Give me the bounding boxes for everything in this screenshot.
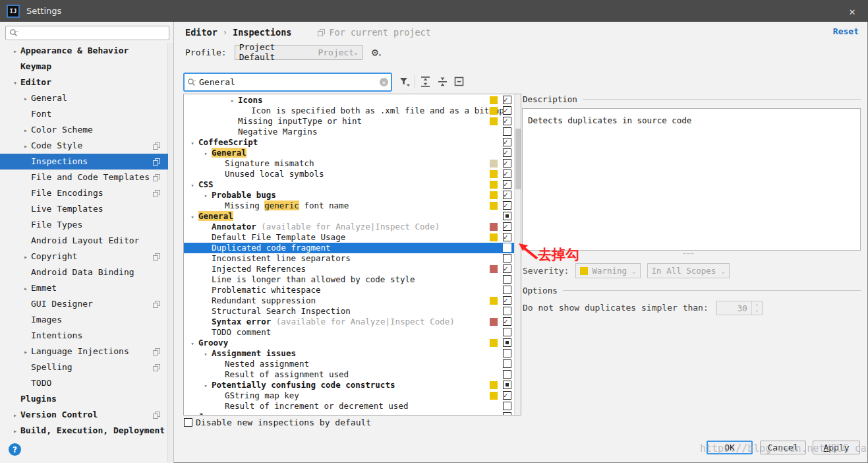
sidebar-item-editor[interactable]: ▾Editor [0,75,168,90]
inspection-checkbox[interactable] [503,127,511,136]
sidebar-item-copyright[interactable]: ▸Copyright [0,249,168,264]
chevron-down-icon[interactable]: ▾ [187,412,198,416]
inspection-checkbox[interactable] [503,243,511,252]
inspection-checkbox[interactable] [503,359,511,368]
inspection-row-signature-mismatch[interactable]: Signature mismatch [184,158,521,169]
profile-select[interactable]: Project Default Project ⌄ [235,45,362,60]
inspection-checkbox[interactable] [503,296,511,305]
duplicates-threshold-spinner[interactable]: 30 ⌃⌄ [716,301,763,315]
inspection-row-icons[interactable]: ▾Icons [184,95,521,106]
chevron-right-icon[interactable]: ▸ [10,423,20,439]
chevron-right-icon[interactable]: ▸ [20,249,31,265]
sidebar-item-intentions[interactable]: Intentions [0,328,168,344]
inspection-checkbox[interactable] [503,191,511,199]
chevron-down-icon[interactable]: ▾ [200,381,212,391]
inspection-search-input[interactable]: General ✕ [183,73,392,92]
chevron-right-icon[interactable]: ▸ [20,123,31,139]
tree-scrollbar[interactable] [514,94,521,415]
spinner-arrows-icon[interactable]: ⌃⌄ [751,301,762,315]
reset-link[interactable]: Reset [833,26,859,36]
inspection-row-default-file-template-usage[interactable]: Default File Template Usage [184,232,521,243]
sidebar-item-version-control[interactable]: ▸Version Control [0,407,168,423]
gear-icon[interactable]: ⚙▾ [372,47,382,58]
sidebar-item-file-and-code-templates[interactable]: File and Code Templates [0,170,168,185]
sidebar-item-font[interactable]: Font [0,106,168,122]
inspection-checkbox[interactable] [503,391,511,400]
inspection-checkbox[interactable] [503,96,511,104]
inspection-row-injected-references[interactable]: Injected References [184,264,521,274]
chevron-down-icon[interactable]: ▾ [187,338,198,349]
inspection-checkbox[interactable] [503,233,511,241]
chevron-right-icon[interactable]: ▸ [20,281,31,297]
sidebar-item-inspections[interactable]: Inspections [0,154,168,170]
inspection-row-missing-[interactable]: Missing generic font name [184,201,521,211]
inspection-checkbox[interactable] [503,148,511,157]
inspection-checkbox[interactable] [503,222,511,231]
inspection-row-problematic-whitespace[interactable]: Problematic whitespace [184,285,521,295]
chevron-down-icon[interactable]: ▾ [187,180,198,191]
inspection-checkbox[interactable] [503,317,511,326]
sidebar-scrollbar[interactable] [167,43,173,462]
inspection-row-syntax-error[interactable]: Syntax error (available for Analyze|Insp… [184,317,521,327]
sidebar-item-build-execution-deployment[interactable]: ▸Build, Execution, Deployment [0,423,168,439]
ok-button[interactable]: OK [707,441,753,454]
sidebar-item-android-layout-editor[interactable]: Android Layout Editor [0,233,168,249]
inspection-row-missing-inputtype-or-hint[interactable]: Missing inputType or hint [184,116,521,127]
chevron-down-icon[interactable]: ▾ [200,191,212,201]
sidebar-item-keymap[interactable]: Keymap [0,59,168,75]
inspection-row-coffeescript[interactable]: ▾CoffeeScript [184,137,521,148]
inspection-row-result-of-assignment-used[interactable]: Result of assignment used [184,369,521,380]
inspection-row-annotator[interactable]: Annotator (available for Analyze|Inspect… [184,222,521,232]
inspection-checkbox[interactable] [503,180,511,189]
inspection-row-nested-assignment[interactable]: Nested assignment [184,359,521,369]
sidebar-item-android-data-binding[interactable]: Android Data Binding [0,264,168,280]
cancel-button[interactable]: Cancel [760,441,806,454]
inspection-row-probable-bugs[interactable]: ▾Probable bugs [184,190,521,201]
sidebar-item-spelling[interactable]: Spelling [0,359,168,375]
inspection-checkbox[interactable] [503,338,511,347]
severity-select[interactable]: Warning ⌄ [575,263,640,278]
sidebar-item-file-types[interactable]: File Types [0,217,168,233]
resize-handle[interactable]: ┄┄┄ [683,251,694,257]
inspection-checkbox[interactable] [503,212,511,220]
inspection-row-negative-margins[interactable]: Negative Margins [184,127,521,137]
chevron-right-icon[interactable]: ▸ [10,408,20,423]
collapse-node-icon[interactable] [453,76,465,88]
close-icon[interactable]: ✕ [844,3,860,19]
collapse-all-icon[interactable] [437,76,449,88]
inspection-checkbox[interactable] [503,349,511,357]
sidebar-item-code-style[interactable]: ▸Code Style [0,138,168,154]
disable-new-inspections-checkbox[interactable] [184,418,192,427]
inspection-row-line-is-longer-than-allowed-by-code-style[interactable]: Line is longer than allowed by code styl… [184,274,521,285]
inspection-row-structural-search-inspection[interactable]: Structural Search Inspection [184,306,521,317]
inspection-checkbox[interactable] [503,170,511,178]
inspection-checkbox[interactable] [503,402,511,410]
inspection-checkbox[interactable] [503,381,511,389]
chevron-down-icon[interactable]: ▾ [187,138,198,148]
chevron-down-icon[interactable]: ▾ [226,96,238,106]
inspection-checkbox[interactable] [503,286,511,294]
inspection-checkbox[interactable] [503,264,511,273]
sidebar-search-input[interactable] [5,26,169,40]
inspection-row-redundant-suppression[interactable]: Redundant suppression [184,295,521,306]
chevron-right-icon[interactable]: ▸ [20,139,31,154]
chevron-down-icon[interactable]: ▾ [10,75,20,91]
chevron-down-icon[interactable]: ▾ [187,212,198,222]
chevron-down-icon[interactable]: ▾ [200,148,212,159]
inspection-row-java[interactable]: ▾Java [184,412,521,416]
inspection-checkbox[interactable] [503,254,511,262]
help-button[interactable]: ? [9,443,21,456]
breadcrumb-inspections[interactable]: Inspections [233,27,291,38]
inspection-row-inconsistent-line-separators[interactable]: Inconsistent line separators [184,253,521,264]
chevron-down-icon[interactable]: ▾ [200,349,212,359]
chevron-right-icon[interactable]: ▸ [20,344,31,360]
inspection-checkbox[interactable] [503,201,511,210]
inspection-checkbox[interactable] [503,412,511,416]
scope-select[interactable]: In All Scopes ⌄ [647,263,730,278]
sidebar-item-plugins[interactable]: Plugins [0,391,168,407]
inspection-row-todo-comment[interactable]: TODO comment [184,327,521,338]
chevron-right-icon[interactable]: ▸ [10,44,20,59]
sidebar-item-appearance-behavior[interactable]: ▸Appearance & Behavior [0,43,168,59]
sidebar-item-color-scheme[interactable]: ▸Color Scheme [0,122,168,138]
inspection-row-potentially-confusing-code-constructs[interactable]: ▾Potentially confusing code constructs [184,380,521,390]
